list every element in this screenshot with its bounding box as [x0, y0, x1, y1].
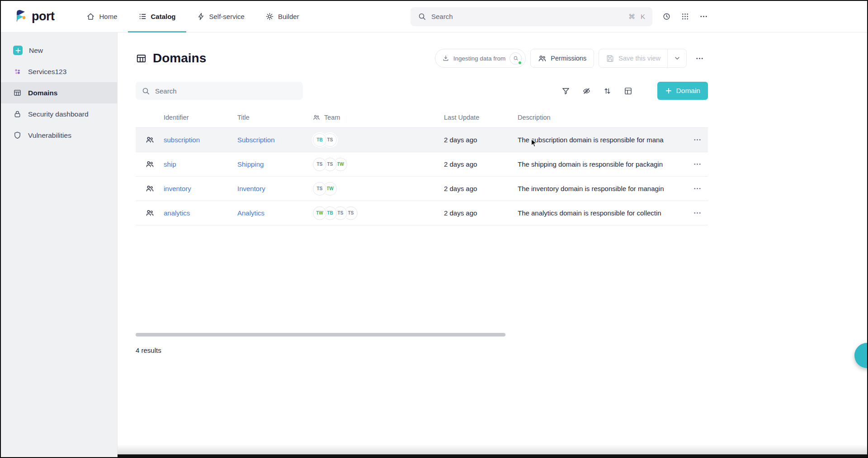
nav-item-self-service[interactable]: Self-service: [186, 1, 255, 32]
global-search[interactable]: ⌘ K: [410, 7, 652, 26]
row-more-button[interactable]: [686, 160, 708, 168]
add-domain-label: Domain: [676, 87, 700, 95]
table-icon: [13, 89, 22, 97]
sidebar-item-label: Domains: [28, 89, 57, 97]
page-title: Domains: [136, 51, 206, 65]
save-view-label: Save this view: [618, 55, 660, 62]
domain-entity-icon: [136, 136, 164, 144]
col-description[interactable]: Description: [518, 114, 686, 121]
nav-item-builder[interactable]: Builder: [255, 1, 310, 32]
avatar[interactable]: TS: [313, 158, 326, 171]
history-icon[interactable]: [662, 12, 671, 21]
sidebar-item-services123[interactable]: Services123: [1, 61, 117, 82]
avatar[interactable]: TS: [313, 182, 326, 196]
eye-off-icon[interactable]: [582, 87, 591, 95]
home-icon: [86, 12, 95, 21]
title-link[interactable]: Analytics: [237, 209, 313, 217]
save-view-split-button: Save this view: [599, 49, 687, 68]
k-key: K: [641, 13, 645, 21]
nav-item-catalog[interactable]: Catalog: [128, 1, 186, 32]
shield-icon: [13, 131, 22, 140]
sidebar-item-label: Security dashboard: [28, 110, 89, 118]
search-icon: [142, 87, 150, 95]
global-search-input[interactable]: [431, 13, 623, 20]
nav-label: Builder: [278, 13, 299, 20]
topnav-right: ⌘ K: [410, 1, 708, 32]
apps-grid-icon[interactable]: [681, 12, 689, 21]
table-row-analytics[interactable]: analytics Analytics TW TB TS TS 2 days a…: [136, 201, 708, 225]
horizontal-scrollbar[interactable]: [136, 333, 505, 336]
table-row-subscription[interactable]: subscription Subscription TB TS 2 days a…: [136, 128, 708, 152]
search-icon: [418, 12, 426, 21]
last-update: 2 days ago: [444, 136, 518, 144]
plus-icon: [665, 87, 672, 94]
main-nav: Home Catalog Self-servic: [76, 1, 309, 32]
page-more-button[interactable]: [691, 54, 708, 63]
sidebar-item-label: New: [29, 47, 43, 55]
nav-label: Home: [99, 13, 117, 20]
ingesting-label: Ingesting data from: [453, 55, 506, 62]
row-more-button[interactable]: [686, 184, 708, 193]
domain-entity-icon: [136, 209, 164, 217]
group-by-icon[interactable]: [624, 87, 632, 95]
identifier-link[interactable]: inventory: [164, 185, 237, 192]
save-view-button[interactable]: Save this view: [599, 49, 667, 67]
nav-label: Self-service: [209, 13, 245, 20]
table-header: Identifier Title Team Last Update Descri…: [136, 107, 708, 128]
sidebar-item-vulnerabilities[interactable]: Vulnerabilities: [1, 125, 117, 146]
sidebar-item-domains[interactable]: Domains: [1, 82, 117, 103]
sidebar-item-security-dashboard[interactable]: Security dashboard: [1, 103, 117, 125]
permissions-button[interactable]: Permissions: [530, 49, 594, 68]
title-link[interactable]: Shipping: [237, 160, 313, 168]
port-logo[interactable]: port: [14, 1, 54, 32]
title-link[interactable]: Subscription: [237, 136, 313, 144]
more-options-icon[interactable]: [699, 12, 708, 21]
source-magnifier-badge: [509, 52, 522, 65]
horizontal-scrollbar-track: [136, 333, 708, 336]
team-people-icon: [313, 114, 320, 121]
team-avatars: TW TB TS TS: [313, 206, 444, 220]
table-row-inventory[interactable]: inventory Inventory TS TW 2 days ago The…: [136, 177, 708, 201]
bottom-frame-bar: [1, 454, 867, 457]
table-row-ship[interactable]: ship Shipping TS TS TW 2 days ago The sh…: [136, 152, 708, 177]
table-search[interactable]: [136, 82, 303, 100]
row-more-button[interactable]: [686, 209, 708, 217]
save-view-dropdown[interactable]: [667, 49, 686, 67]
col-identifier[interactable]: Identifier: [164, 114, 237, 121]
identifier-link[interactable]: analytics: [164, 209, 237, 217]
col-team[interactable]: Team: [313, 114, 444, 121]
description: The inventory domain is responsible for …: [518, 185, 686, 192]
last-update: 2 days ago: [444, 185, 518, 192]
results-count: 4 results: [136, 346, 708, 354]
row-more-button[interactable]: [686, 136, 708, 144]
sort-arrows-icon[interactable]: [603, 87, 612, 95]
chevron-down-icon: [674, 55, 681, 62]
identifier-link[interactable]: ship: [164, 160, 237, 168]
table-icon: [136, 53, 147, 64]
page-header: Domains Ingesting data from: [136, 49, 708, 68]
col-title[interactable]: Title: [237, 114, 313, 121]
description: The subscription domain is responsible f…: [518, 136, 686, 144]
sidebar-item-label: Vulnerabilities: [28, 131, 71, 140]
keyboard-shortcut: ⌘ K: [628, 13, 645, 21]
avatar[interactable]: TB: [313, 133, 326, 147]
avatar[interactable]: TW: [313, 206, 326, 220]
col-last-update[interactable]: Last Update: [444, 114, 518, 121]
filter-funnel-icon[interactable]: [561, 87, 570, 95]
nav-item-home[interactable]: Home: [76, 1, 127, 32]
ingest-icon: [442, 55, 449, 62]
green-status-dot: [518, 61, 522, 65]
people-icon: [538, 54, 547, 63]
add-domain-button[interactable]: Domain: [657, 82, 708, 100]
main-content: Domains Ingesting data from: [118, 33, 867, 457]
logo-text: port: [32, 9, 54, 23]
ingesting-data-button[interactable]: Ingesting data from: [435, 49, 526, 68]
sidebar-item-new[interactable]: New: [1, 40, 117, 61]
table-search-input[interactable]: [155, 87, 297, 95]
app-window: port Home Catalog: [0, 0, 868, 458]
description: The analytics domain is responsible for …: [518, 209, 686, 217]
header-actions: Ingesting data from: [435, 49, 708, 68]
title-link[interactable]: Inventory: [237, 185, 313, 192]
identifier-link[interactable]: subscription: [164, 136, 237, 144]
lightning-icon: [197, 12, 205, 21]
